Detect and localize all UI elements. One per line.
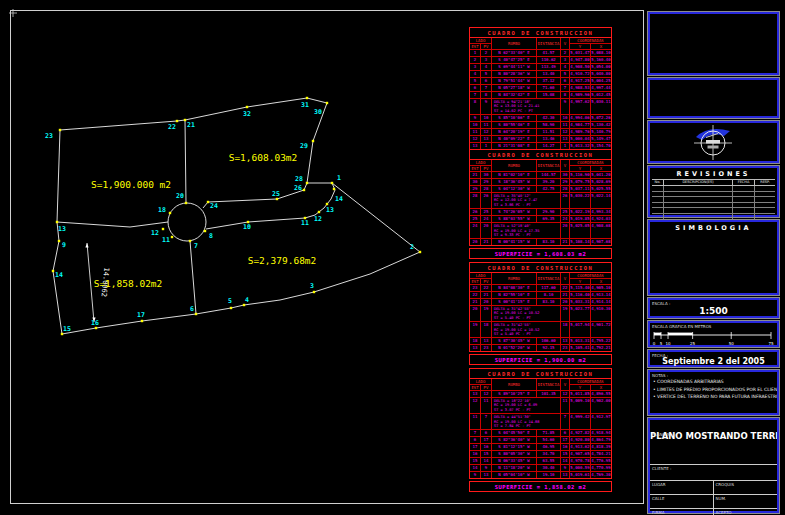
- table-row: 34S 69°44'11" W113.4944,908.505,054.00: [470, 64, 611, 71]
- vertex-label: 8: [209, 232, 213, 240]
- cliente-row: CLIENTE :: [650, 465, 777, 480]
- table-row: 3029S 18°36'45" W39.20295,079.755,028.69: [470, 179, 611, 186]
- field-num: NUM.: [714, 494, 778, 508]
- vertex-label: 23: [45, 132, 53, 140]
- vertex-label: 1: [337, 174, 341, 182]
- vertex-label: 11: [301, 219, 309, 227]
- vertex-tick: [162, 228, 164, 230]
- plano-label: PLANO No. :: [652, 432, 676, 437]
- fecha-label: FECHA :: [652, 353, 668, 358]
- table-row: 2625S 74°26'05" W29.90255,022.194,993.34: [470, 209, 611, 216]
- simbologia-title: SIMBOLOGIA: [650, 222, 777, 233]
- vertex-tick: [312, 140, 314, 142]
- table-header: LADORUMBODISTANCIAVCOORDENADASESTPVYX: [470, 273, 611, 285]
- vertex-tick: [313, 291, 315, 293]
- vertex-label: 25: [272, 190, 280, 198]
- vertex-label: 28: [295, 175, 303, 183]
- table-row: 2322N 84°08'30" E117.60225,115.404,905.1…: [470, 285, 611, 292]
- blank-panel-second: [648, 78, 779, 118]
- field-acepto: ACEPTO: [714, 508, 778, 515]
- cuadro-construccion-table: CUADRO DE CONSTRUCCIONLADORUMBODISTANCIA…: [469, 149, 612, 259]
- revisiones-column: FECHA: [733, 180, 755, 185]
- vertex-label: 18: [158, 206, 166, 214]
- fecha-panel: FECHA : Septiembre 2 del 2005: [648, 350, 779, 367]
- vertex-tick: [204, 230, 206, 232]
- escala-panel: ESCALA : 1:500: [648, 298, 779, 318]
- compass-logo-icon: [650, 123, 777, 161]
- vertex-label: 16: [91, 319, 99, 327]
- vertex-tick: [189, 240, 191, 242]
- area-label: S=1,858.02m2: [94, 278, 163, 289]
- table-row: 2928S 04°12'30" W42.75285,037.115,025.55: [470, 186, 611, 193]
- cad-sheet: 14.0062232221323130292826252420181211781…: [0, 0, 785, 515]
- area-label: S=1,900.000 m2: [91, 179, 171, 190]
- vertex-tick: [56, 221, 58, 223]
- logo-panel: [648, 121, 779, 163]
- vertex-tick: [95, 327, 97, 329]
- area-label: S=2,379.68m2: [248, 255, 317, 266]
- area-label: S=1,608.03m2: [229, 152, 298, 163]
- nota-item: • COORDENADAS ARBITRARIAS: [653, 379, 777, 384]
- table-row: 45N 80°28'36" W13.4054,910.725,040.80: [470, 71, 611, 78]
- svg-text:50: 50: [729, 341, 735, 346]
- superficie-footer: SUPERFICIE = 1,608.03 m2: [469, 248, 612, 259]
- escala-grafica-label: ESCALA GRAFICA EN METROS: [652, 324, 711, 329]
- table-row: 910S 85°10'06" E42.30104,994.065,072.26: [470, 115, 611, 122]
- table-row: 1514N 06°33'45" W63.55144,970.784,776.95: [470, 458, 611, 465]
- vertex-tick: [303, 189, 305, 191]
- table-row: 1918DELTA = 31°42'55"RC = 19.00 LC = 10.…: [470, 322, 611, 338]
- table-row: 2019DELTA = 31°42'55"RC = 19.00 LC = 10.…: [470, 306, 611, 322]
- vertex-label: 13: [326, 206, 334, 214]
- vertex-label: 2: [410, 243, 414, 251]
- vertex-tick: [52, 270, 54, 272]
- table-row: 1615S 80°05'30" W34.70154,907.654,784.21: [470, 451, 611, 458]
- superficie-footer: SUPERFICIE = 1,858.02 m2: [469, 481, 612, 492]
- field-lugar: LUGAR: [650, 480, 714, 494]
- cuadro-construccion-table: CUADRO DE CONSTRUCCIONLADORUMBODISTANCIA…: [469, 368, 612, 492]
- titleblock-title-row: PLANO No. : PLANO MOSTRANDO TERRENOS: [650, 431, 777, 465]
- table-row: 2221N 82°55'10" E8.10215,116.404,913.14: [470, 292, 611, 299]
- vertex-tick: [184, 119, 186, 121]
- table-row: 89DELTA = 94°21'18"RC = 13.00 LC = 21.41…: [470, 99, 611, 115]
- table-row: 2120S 00°41'15" E83.10205,033.314,914.14: [470, 299, 611, 306]
- table-row: 1813S 87°30'45" W106.60135,013.314,795.2…: [470, 338, 611, 345]
- table-row: 1211DELTA = 18°22'10"RC = 19.00 LC = 6.0…: [470, 398, 611, 414]
- table-row: 149N 11°18'20" W30.4095,000.594,770.99: [470, 465, 611, 472]
- cliente-label: CLIENTE :: [652, 466, 671, 471]
- table-row: 2130N 81°02'10" E144.57305,116.905,041.2…: [470, 172, 611, 179]
- table-header: LADORUMBODISTANCIAVCOORDENADASESTPVYX: [470, 379, 611, 391]
- field-croquis: CROQUIS: [714, 480, 778, 494]
- vertex-tick: [176, 120, 178, 122]
- vertex-tick: [171, 236, 173, 238]
- vertex-tick: [326, 203, 328, 205]
- fecha-value: Septiembre 2 del 2005: [650, 357, 777, 366]
- vertex-label: 5: [228, 297, 232, 305]
- table-row: 2021N 00°41'15" W83.10215,108.144,907.68: [470, 239, 611, 245]
- graphic-scale-bar: 0510255075: [650, 329, 775, 346]
- vertex-label: 3: [310, 282, 314, 290]
- vertex-tick: [276, 198, 278, 200]
- vertex-tick: [59, 129, 61, 131]
- vertex-label: 13: [58, 225, 66, 233]
- field-firma: FIRMA: [650, 508, 714, 515]
- revisiones-empty-row: [652, 214, 775, 220]
- table-row: 2826DELTA = 35°40'12"RC = 12.00 LC = 7.4…: [470, 193, 611, 209]
- vertex-label: 26: [294, 184, 302, 192]
- vertex-label: 24: [210, 202, 218, 210]
- table-row: 1011S 80°55'46" E58.90114,984.775,130.42: [470, 122, 611, 129]
- vertex-tick: [306, 182, 308, 184]
- vertex-label: 29: [300, 142, 308, 150]
- svg-text:0: 0: [653, 341, 656, 346]
- notas-panel: NOTAS : • COORDENADAS ARBITRARIAS• LIMIT…: [648, 370, 779, 415]
- cuadro-construccion-table: CUADRO DE CONSTRUCCIONLADORUMBODISTANCIA…: [469, 262, 612, 365]
- vertex-label: 17: [137, 311, 145, 319]
- escala-label: ESCALA :: [652, 301, 670, 306]
- revisiones-table: No.DESCRIPCION(ES)FECHARESP.: [652, 179, 775, 220]
- field-calle: CALLE: [650, 494, 714, 508]
- vertex-label: 6: [190, 305, 194, 313]
- vertex-tick: [230, 307, 232, 309]
- escala-grafica-panel: ESCALA GRAFICA EN METROS 0510255075: [648, 321, 779, 347]
- vertex-tick: [419, 251, 421, 253]
- nota-item: • LIMITES DE PREDIO PROPORCIONADOS POR E…: [653, 387, 777, 392]
- vertex-label: 22: [168, 123, 176, 131]
